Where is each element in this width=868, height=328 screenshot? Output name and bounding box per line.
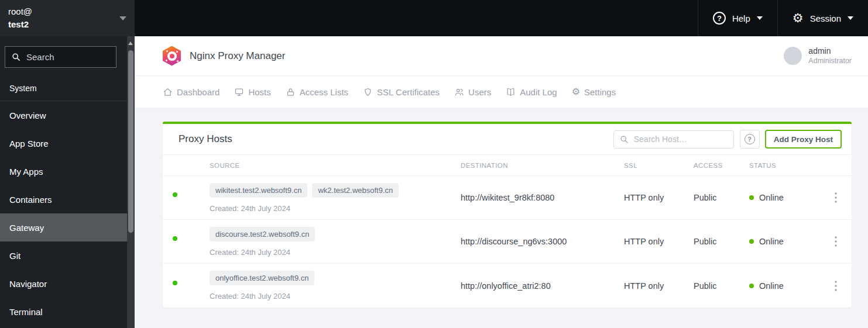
sidebar-search	[5, 46, 116, 68]
source-cell: onlyoffice.test2.websoft9.cn Created: 24…	[210, 271, 461, 301]
sidebar-scrollbar[interactable]	[127, 36, 135, 328]
card-title: Proxy Hosts	[179, 133, 232, 145]
home-icon	[163, 87, 173, 97]
table-row: discourse.test2.websoft9.cn Created: 24t…	[163, 220, 852, 264]
sidebar-item-label: Navigator	[9, 279, 47, 289]
tab-label: Audit Log	[520, 87, 557, 97]
kebab-menu-icon[interactable]	[835, 192, 837, 203]
status-dot-icon	[749, 284, 754, 288]
ssl-cell: HTTP only	[624, 193, 694, 202]
tab-ssl-certificates[interactable]: SSL Certificates	[363, 87, 440, 97]
tab-label: Dashboard	[177, 87, 219, 97]
session-menu[interactable]: ⚙ Session	[777, 0, 868, 36]
table-header-row: SOURCE DESTINATION SSL ACCESS STATUS	[163, 154, 852, 176]
tab-label: Access Lists	[300, 87, 348, 97]
add-proxy-host-button[interactable]: Add Proxy Host	[765, 130, 842, 149]
user-info: admin Administrator	[808, 46, 852, 65]
created-date: Created: 24th July 2024	[210, 204, 461, 213]
question-circle-icon: ?	[745, 134, 755, 144]
access-cell: Public	[694, 237, 749, 246]
sidebar-item-containers[interactable]: Containers	[0, 185, 127, 213]
host-search-input[interactable]	[613, 130, 734, 149]
tab-audit-log[interactable]: Audit Log	[506, 87, 557, 97]
monitor-icon	[234, 87, 244, 97]
card-header: Proxy Hosts ? Add Proxy Host	[163, 124, 852, 154]
tab-label: SSL Certificates	[377, 87, 440, 97]
source-domain-tag: wk2.test2.websoft9.cn	[312, 183, 399, 198]
help-label: Help	[732, 13, 750, 23]
tab-label: Users	[468, 87, 491, 97]
kebab-menu-icon[interactable]	[835, 236, 837, 247]
user-menu[interactable]: admin Administrator	[784, 46, 852, 65]
content-area: Proxy Hosts ? Add Proxy Host SOURCE DEST…	[135, 108, 868, 328]
chevron-down-icon	[757, 16, 763, 20]
tab-hosts[interactable]: Hosts	[234, 87, 270, 97]
gear-icon: ⚙	[572, 87, 580, 96]
status-label: Online	[759, 193, 784, 202]
access-cell: Public	[694, 193, 749, 202]
column-header-source: SOURCE	[210, 162, 461, 169]
tab-users[interactable]: Users	[454, 87, 491, 97]
tab-settings[interactable]: ⚙ Settings	[572, 87, 616, 97]
app-header: Nginx Proxy Manager admin Administrator	[135, 36, 868, 76]
status-label: Online	[759, 237, 784, 246]
sidebar-item-label: My Apps	[9, 167, 43, 177]
ssl-cell: HTTP only	[624, 281, 694, 291]
source-domain-tag: wikitest.test2.websoft9.cn	[210, 183, 307, 198]
sidebar-item-terminal[interactable]: Terminal	[0, 298, 127, 326]
scrollbar-up-arrow-icon[interactable]	[128, 42, 133, 45]
help-button[interactable]: ?	[740, 130, 760, 149]
help-icon: ?	[713, 12, 726, 25]
user-name: admin	[808, 46, 852, 56]
sidebar-section-system: System	[9, 84, 127, 93]
host-switcher-label: root@ test2	[8, 5, 119, 32]
search-icon	[12, 53, 20, 61]
help-menu[interactable]: ? Help	[698, 0, 777, 36]
app-root: root@ test2 System Overview App Store My…	[0, 0, 868, 328]
sidebar-item-label: Terminal	[9, 307, 43, 317]
sidebar-body: System Overview App Store My Apps Contai…	[0, 36, 127, 328]
sidebar-item-navigator[interactable]: Navigator	[0, 270, 127, 298]
sidebar-search-input[interactable]	[26, 52, 143, 62]
actions-cell	[819, 281, 852, 291]
status-dot-icon	[749, 239, 754, 244]
source-cell: wikitest.test2.websoft9.cn wk2.test2.web…	[210, 183, 461, 213]
access-cell: Public	[694, 281, 749, 291]
gear-icon: ⚙	[792, 12, 804, 25]
sidebar-item-git[interactable]: Git	[0, 241, 127, 270]
source-tags: discourse.test2.websoft9.cn	[210, 227, 461, 241]
host-search	[613, 130, 734, 149]
sidebar-item-app-store[interactable]: App Store	[0, 129, 127, 157]
destination-cell: http://onlyoffice_atri2:80	[461, 281, 624, 291]
host-switcher[interactable]: root@ test2	[0, 0, 135, 36]
sidebar-nav: Overview App Store My Apps Containers Ga…	[0, 101, 127, 326]
tab-access-lists[interactable]: Access Lists	[286, 87, 348, 97]
scrollbar-thumb[interactable]	[128, 50, 133, 233]
status-cell: Online	[749, 237, 819, 246]
created-date: Created: 24th July 2024	[210, 248, 461, 257]
destination-cell: http://wikitest_9r8kf:8080	[461, 193, 624, 202]
sidebar-item-label: Gateway	[9, 223, 44, 233]
sidebar-item-overview[interactable]: Overview	[0, 101, 127, 129]
column-header-access: ACCESS	[694, 162, 749, 169]
users-icon	[454, 87, 464, 97]
status-cell: Online	[749, 193, 819, 202]
actions-cell	[819, 236, 852, 247]
search-icon	[620, 135, 629, 144]
actions-cell	[819, 192, 852, 203]
kebab-menu-icon[interactable]	[835, 281, 837, 291]
avatar	[784, 47, 802, 65]
tab-dashboard[interactable]: Dashboard	[163, 87, 219, 97]
table-row: wikitest.test2.websoft9.cn wk2.test2.web…	[163, 176, 852, 220]
nav-tabs: Dashboard Hosts Access Lists SSL Certifi…	[135, 76, 868, 108]
sidebar: root@ test2 System Overview App Store My…	[0, 0, 135, 328]
source-domain-tag: discourse.test2.websoft9.cn	[210, 227, 315, 241]
column-header-status: STATUS	[749, 162, 819, 169]
status-dot-icon	[749, 195, 754, 200]
created-date: Created: 24th July 2024	[210, 292, 461, 301]
sidebar-item-my-apps[interactable]: My Apps	[0, 157, 127, 185]
session-label: Session	[810, 13, 841, 23]
source-tags: wikitest.test2.websoft9.cn wk2.test2.web…	[210, 183, 461, 198]
sidebar-item-gateway[interactable]: Gateway	[0, 213, 127, 241]
ssl-cell: HTTP only	[624, 237, 694, 246]
